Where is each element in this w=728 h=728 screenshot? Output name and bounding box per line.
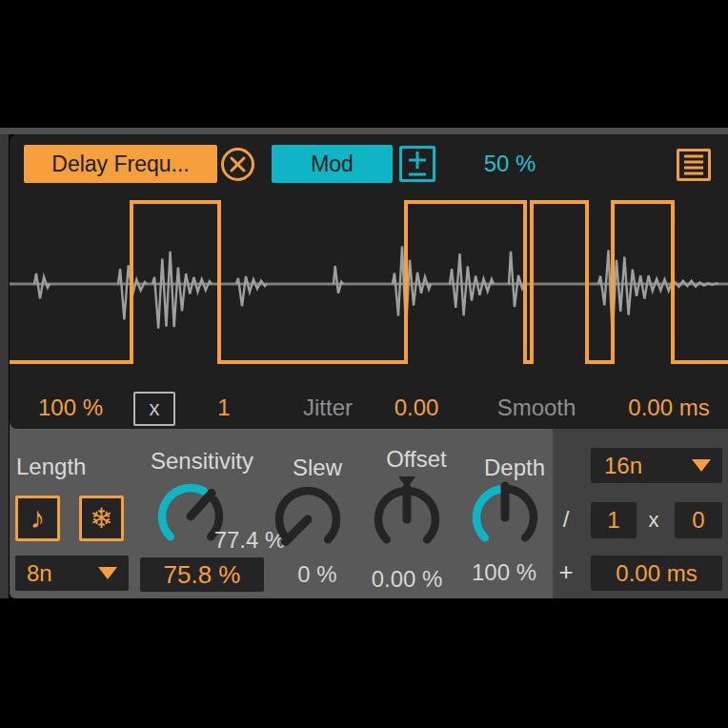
rate-division-value: 16n [604, 448, 642, 483]
plus-minus-glyph [402, 149, 433, 179]
snowflake-icon: ❄ [90, 503, 112, 534]
list-menu-glyph [679, 152, 708, 178]
list-menu-icon[interactable] [677, 149, 711, 181]
depth-value: 100 % [456, 558, 552, 587]
sensitivity-threshold-value: 75.8 % [164, 560, 241, 589]
rate-divide-field[interactable]: 1 [591, 502, 637, 538]
rate-ms-value: 0.00 ms [616, 560, 697, 586]
length-division-dropdown[interactable]: 8n [15, 556, 129, 591]
sensitivity-threshold-field[interactable]: 75.8 % [140, 557, 264, 592]
device-top-edge [0, 128, 728, 134]
smooth-label: Smooth [489, 391, 584, 425]
rate-plus-label: + [555, 557, 577, 586]
length-label: Length [16, 453, 121, 481]
modulation-device: Delay Frequ... Mod 50 % 100 % x [10, 134, 728, 429]
depth-knob[interactable] [459, 472, 551, 563]
device-left-edge [0, 134, 9, 598]
circle-x-icon[interactable] [220, 147, 255, 182]
mod-amount-value[interactable]: 50 % [457, 145, 562, 183]
app-window: 16n / 1 x 0 + 0.00 ms Length ♪ ❄ 8n [0, 0, 728, 728]
offset-knob[interactable] [361, 474, 453, 565]
chevron-down-icon [98, 567, 117, 579]
mod-tab-button[interactable]: Mod [272, 145, 393, 183]
rate-multiply-label: x [642, 506, 665, 535]
note-icon: ♪ [30, 501, 46, 535]
x-label: x [150, 396, 160, 420]
rate-divide-label: / [555, 505, 577, 534]
gate-multiply-toggle[interactable]: x [133, 392, 175, 426]
rate-division-dropdown[interactable]: 16n [591, 448, 722, 483]
offset-value: 0.00 % [350, 565, 464, 594]
jitter-label: Jitter [280, 391, 375, 425]
slew-knob[interactable] [262, 474, 354, 565]
length-division-value: 8n [27, 556, 52, 591]
offset-label: Offset [369, 445, 464, 474]
gate-probability-value[interactable]: 100 % [23, 391, 118, 425]
freeze-button[interactable]: ❄ [79, 495, 124, 541]
jitter-value[interactable]: 0.00 [369, 391, 464, 425]
rate-multiply-field[interactable]: 0 [675, 502, 722, 538]
rate-ms-field[interactable]: 0.00 ms [591, 556, 722, 591]
mapping-target-button[interactable]: Delay Frequ... [24, 145, 217, 183]
rate-multiply-value: 0 [692, 507, 704, 533]
rate-section: 16n / 1 x 0 + 0.00 ms [553, 421, 728, 598]
length-note-button[interactable]: ♪ [15, 495, 60, 541]
smooth-value[interactable]: 0.00 ms [607, 391, 728, 425]
rate-divide-value: 1 [607, 507, 619, 533]
controls-panel: 16n / 1 x 0 + 0.00 ms Length ♪ ❄ 8n [10, 421, 728, 598]
gate-multiplier-value[interactable]: 1 [195, 391, 253, 425]
plus-minus-icon[interactable] [399, 146, 435, 182]
chevron-down-icon [692, 459, 711, 472]
